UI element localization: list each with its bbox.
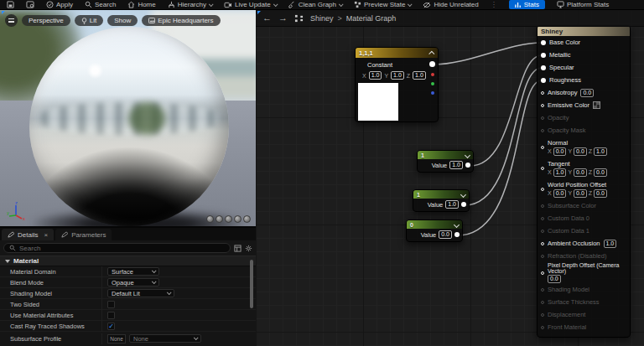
material-pin-tangent[interactable]: TangentX1.0Y0.0Z0.0 [538, 158, 630, 178]
hide-unrelated-button[interactable]: Hide Unrelated [423, 1, 478, 8]
viewport-menu-button[interactable] [5, 14, 18, 27]
input-pin-icon[interactable] [541, 188, 544, 191]
input-pin-icon[interactable] [541, 146, 544, 149]
shading-model-dropdown[interactable]: Default Lit [107, 289, 174, 297]
back-arrow-icon[interactable]: ← [262, 13, 272, 23]
cast-ray-traced-shadows-checkbox[interactable]: ✓ [107, 323, 115, 330]
stats-button[interactable]: Stats [509, 0, 545, 9]
input-pin-icon[interactable] [541, 167, 544, 170]
scalar-node-header[interactable]: 1 [413, 190, 469, 199]
material-domain-dropdown[interactable]: Surface [107, 267, 159, 276]
material-pin-metallic[interactable]: Metallic [538, 49, 630, 61]
material-graph-panel[interactable]: ← → Shiney > Material Graph 1,1,1 Consta… [256, 10, 644, 346]
details-scrollbar[interactable] [250, 260, 253, 308]
output-pin-b[interactable] [431, 91, 434, 95]
pin-value-field[interactable]: 0.0 [580, 89, 594, 97]
material-pin-roughness[interactable]: Roughness [538, 74, 630, 86]
output-pin-r[interactable] [431, 73, 434, 76]
cylinder-mesh-icon[interactable] [206, 215, 214, 223]
lit-mode-button[interactable]: Lit [75, 15, 103, 26]
blend-mode-dropdown[interactable]: Opaque [107, 278, 159, 287]
input-pin-icon[interactable] [541, 271, 544, 275]
save-button[interactable] [7, 1, 14, 8]
scalar-node-header[interactable]: 1 [418, 151, 473, 159]
plane-mesh-icon[interactable] [225, 215, 232, 223]
collapse-icon[interactable] [428, 50, 434, 56]
output-pin-g[interactable] [431, 82, 434, 85]
custom-mesh-icon[interactable] [243, 215, 251, 223]
pin-value-field[interactable]: 0.0 [574, 168, 587, 177]
pin-value-field[interactable]: 1.0 [594, 147, 607, 156]
material-pin-ambient-occlusion[interactable]: Ambient Occlusion1.0 [538, 237, 630, 250]
input-pin-icon[interactable] [541, 242, 544, 245]
material-pin-refraction-disabled[interactable]: Refraction (Disabled) [538, 250, 630, 262]
perspective-button[interactable]: Perspective [22, 15, 70, 26]
material-pin-custom-data-1[interactable]: Custom Data 1 [538, 225, 630, 237]
material-pin-normal[interactable]: NormalX0.0Y0.0Z1.0 [538, 137, 630, 158]
color-swatch[interactable] [593, 101, 600, 109]
pin-value-field[interactable]: 0.0 [594, 168, 607, 177]
z-value-field[interactable]: 1.0 [413, 71, 426, 80]
output-pin[interactable] [465, 163, 470, 168]
pin-value-field[interactable]: 0.0 [574, 189, 587, 198]
breadcrumb-root[interactable]: Shiney [310, 14, 334, 23]
live-update-button[interactable]: Live Update [224, 1, 277, 8]
preview-viewport[interactable]: Perspective Lit Show Epic Headquarters z… [0, 10, 256, 226]
material-pin-pixel-depth-offset-camera-vector[interactable]: Pixel Depth Offset (Camera Vector)0.0 [538, 262, 630, 283]
two-sided-checkbox[interactable]: ✓ [107, 301, 115, 308]
forward-arrow-icon[interactable]: → [278, 13, 288, 23]
scalar-constant-node-1[interactable]: 1Value1.0 [413, 189, 470, 212]
search-input[interactable] [19, 245, 225, 252]
material-pin-custom-data-0[interactable]: Custom Data 0 [538, 212, 630, 225]
pin-value-field[interactable]: 0.0 [553, 147, 567, 156]
material-pin-world-position-offset[interactable]: World Position OffsetX0.0Y0.0Z0.0 [538, 178, 630, 199]
collapse-icon[interactable] [454, 221, 460, 227]
input-pin-icon[interactable] [541, 288, 544, 292]
material-pin-base-color[interactable]: Base Color [538, 36, 630, 49]
material-pin-anisotropy[interactable]: Anisotropy0.0 [538, 86, 630, 99]
subsurface-profile-thumbnail[interactable]: None [107, 334, 126, 343]
cube-mesh-icon[interactable] [234, 215, 242, 223]
collapse-icon[interactable] [460, 191, 466, 197]
hierarchy-button[interactable]: Hierarchy [168, 1, 212, 8]
input-pin-icon[interactable] [541, 301, 544, 304]
tab-parameters[interactable]: Parameters [55, 229, 112, 240]
home-button[interactable]: Home [127, 1, 155, 8]
material-pin-opacity[interactable]: Opacity [538, 111, 630, 124]
preview-sphere[interactable] [29, 27, 229, 226]
input-pin-icon[interactable] [541, 91, 544, 95]
environment-button[interactable]: Epic Headquarters [142, 15, 220, 26]
details-search[interactable] [3, 243, 231, 253]
material-pin-specular[interactable]: Specular [538, 61, 630, 74]
pin-value-field[interactable]: 0.0 [574, 147, 587, 156]
material-pin-surface-thickness[interactable]: Surface Thickness [538, 296, 630, 308]
gear-icon[interactable] [245, 245, 252, 252]
input-pin-icon[interactable] [541, 326, 544, 329]
tab-details[interactable]: Details × [2, 229, 54, 240]
output-pin[interactable] [454, 232, 460, 237]
input-pin-icon[interactable] [541, 116, 544, 120]
output-pin-rgb[interactable] [429, 61, 435, 67]
subsurface-profile-dropdown[interactable]: None [129, 334, 201, 343]
material-section-header[interactable]: Material [0, 256, 256, 266]
panel-options-icon[interactable] [234, 245, 242, 252]
input-pin-icon[interactable] [541, 217, 544, 220]
x-value-field[interactable]: 1.0 [369, 71, 382, 80]
shiney-result-node[interactable]: Shiney Base ColorMetallicSpecularRoughne… [537, 25, 631, 338]
breadcrumb-current[interactable]: Material Graph [346, 14, 397, 23]
shiney-node-header[interactable]: Shiney [538, 26, 630, 36]
input-pin-icon[interactable] [541, 255, 544, 258]
input-pin-icon[interactable] [541, 204, 544, 208]
scalar-constant-node-2[interactable]: 0Value0.0 [406, 219, 463, 242]
material-pin-emissive-color[interactable]: Emissive Color [538, 99, 630, 111]
constant-vector-node[interactable]: 1,1,1 Constant X 1.0 Y 1.0 Z 1.0 [355, 47, 439, 122]
material-pin-displacement[interactable]: Displacement [538, 308, 630, 321]
pin-value-field[interactable]: 0.0 [594, 189, 607, 198]
clean-graph-button[interactable]: Clean Graph [288, 1, 342, 8]
input-pin-icon[interactable] [541, 40, 546, 45]
input-pin-icon[interactable] [541, 129, 544, 132]
input-pin-icon[interactable] [541, 78, 546, 83]
material-pin-opacity-mask[interactable]: Opacity Mask [538, 124, 630, 137]
close-icon[interactable]: × [44, 231, 48, 239]
pin-value-field[interactable]: 0.0 [553, 189, 567, 198]
